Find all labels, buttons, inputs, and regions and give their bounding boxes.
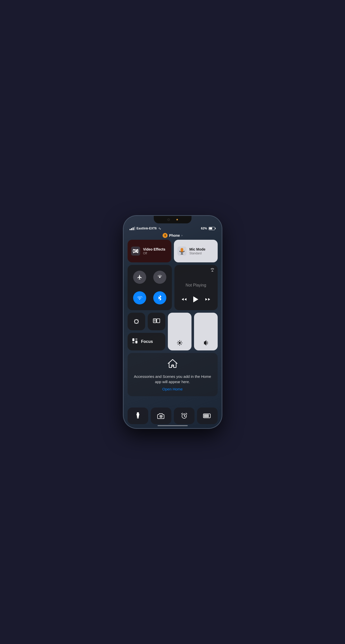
sliders-column: [168, 313, 218, 350]
video-effects-tile[interactable]: Video Effects Off: [128, 240, 171, 262]
recording-indicator: [176, 219, 178, 220]
video-effects-icon: [131, 247, 140, 256]
signal-bar-3: [133, 227, 134, 230]
svg-rect-17: [137, 412, 139, 414]
home-app-icon: [167, 358, 178, 371]
svg-rect-14: [135, 341, 137, 343]
focus-icon: [132, 338, 138, 346]
mic-mode-subtitle: Standard: [189, 252, 206, 255]
play-button[interactable]: [191, 294, 200, 306]
svg-point-20: [160, 416, 162, 417]
status-left: Eastlink-EXT6 ∿: [130, 226, 161, 230]
small-buttons-row: [128, 313, 165, 330]
focus-label: Focus: [141, 339, 153, 344]
signal-bar-1: [130, 229, 131, 230]
signal-bar-4: [134, 227, 135, 230]
row-3: Focus: [128, 313, 218, 350]
volume-slider[interactable]: [194, 313, 218, 350]
orientation-lock-button[interactable]: [128, 313, 145, 330]
video-effects-title: Video Effects: [143, 247, 165, 251]
svg-point-18: [137, 417, 139, 419]
phone-device: Eastlink-EXT6 ∿ 62% 🎙 Phone ›: [124, 216, 222, 428]
phone-indicator-label: Phone: [169, 233, 180, 237]
notch: [154, 216, 191, 223]
row-1: Video Effects Off: [128, 240, 218, 262]
bottom-shortcuts: [128, 408, 218, 424]
cellular-button[interactable]: [153, 271, 166, 284]
mic-mode-tile[interactable]: Mic Mode Standard: [174, 240, 218, 262]
svg-point-16: [172, 365, 173, 366]
bluetooth-button[interactable]: [153, 291, 166, 304]
now-playing-status: Not Playing: [178, 276, 214, 294]
video-effects-subtitle: Off: [143, 252, 165, 255]
brightness-icon: [177, 340, 182, 347]
control-center: Video Effects Off: [128, 240, 218, 408]
screen-mirror-button[interactable]: [148, 313, 165, 330]
airplane-mode-button[interactable]: [133, 271, 146, 284]
svg-rect-1: [181, 248, 183, 252]
home-section: Accessories and Scenes you add in the Ho…: [128, 353, 218, 396]
svg-point-15: [179, 342, 181, 344]
svg-rect-11: [132, 338, 134, 341]
battery-body: [209, 227, 215, 230]
signal-bar-2: [131, 228, 132, 230]
wifi-item: [132, 290, 148, 306]
cellular-item: [152, 269, 168, 286]
mic-mode-text: Mic Mode Standard: [189, 247, 206, 255]
phone-screen: Eastlink-EXT6 ∿ 62% 🎙 Phone ›: [124, 216, 222, 428]
video-effects-text: Video Effects Off: [143, 247, 165, 255]
battery-percentage: 62%: [201, 227, 207, 230]
open-home-link[interactable]: Open Home: [162, 387, 183, 391]
battery-icon: [209, 227, 216, 230]
row-2: Not Playing: [128, 265, 218, 310]
connectivity-grid: [132, 269, 168, 306]
volume-icon: [203, 340, 209, 347]
mic-active-icon: 🎙: [163, 233, 168, 238]
home-indicator: [158, 425, 188, 426]
svg-rect-9: [157, 319, 160, 323]
status-bar: Eastlink-EXT6 ∿ 62%: [124, 225, 222, 232]
brightness-slider[interactable]: [168, 313, 191, 350]
mic-mode-icon: [177, 247, 186, 256]
battery-tip: [215, 228, 216, 229]
svg-rect-10: [154, 319, 156, 322]
airplane-mode-item: [132, 269, 148, 286]
focus-tile[interactable]: Focus: [128, 333, 165, 350]
mic-mode-title: Mic Mode: [189, 247, 206, 251]
media-controls: [178, 294, 214, 307]
rewind-button[interactable]: [179, 295, 189, 305]
now-playing-tile[interactable]: Not Playing: [174, 265, 218, 310]
battery-fill: [209, 227, 212, 229]
home-description: Accessories and Scenes you add in the Ho…: [132, 374, 214, 384]
status-right: 62%: [201, 227, 215, 230]
wifi-status-icon: ∿: [158, 226, 161, 230]
phone-indicator-bar[interactable]: 🎙 Phone ›: [124, 233, 222, 238]
svg-rect-13: [135, 338, 137, 340]
bluetooth-item: [152, 290, 168, 306]
battery-status-button[interactable]: [197, 408, 218, 424]
front-camera: [167, 218, 170, 221]
phone-chevron-icon: ›: [181, 234, 182, 237]
airplay-icon[interactable]: [210, 268, 215, 273]
signal-icon: [130, 227, 135, 230]
fast-forward-button[interactable]: [203, 295, 213, 305]
alarm-button[interactable]: [174, 408, 195, 424]
network-name: Eastlink-EXT6: [137, 227, 157, 230]
camera-button[interactable]: [151, 408, 171, 424]
wifi-button[interactable]: [133, 291, 146, 304]
svg-rect-23: [204, 414, 209, 417]
connectivity-tile: [128, 265, 172, 310]
flashlight-button[interactable]: [128, 408, 148, 424]
svg-rect-12: [132, 342, 134, 343]
left-tiles: Focus: [128, 313, 165, 350]
